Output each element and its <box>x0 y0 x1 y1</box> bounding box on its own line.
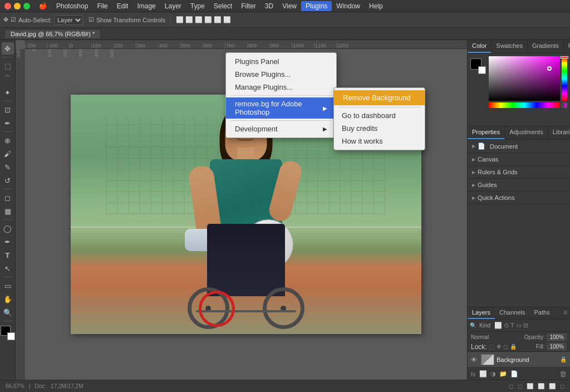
add-mask-button[interactable]: ⬜ <box>479 370 487 378</box>
hand-tool[interactable]: ✋ <box>2 293 14 305</box>
fg-bg-color-picker[interactable] <box>1 326 15 340</box>
document-section-header[interactable]: ▶ 📄 Document <box>468 140 570 153</box>
opacity-bar[interactable] <box>562 102 567 108</box>
text-tool[interactable]: T <box>2 249 14 261</box>
layers-panel-options[interactable]: ≡ <box>561 307 570 319</box>
opacity-value[interactable]: 100% <box>547 334 567 341</box>
hue-slider[interactable] <box>562 56 567 101</box>
menu-plugins[interactable]: Plugins <box>301 1 332 11</box>
selection-tool[interactable]: ⬚ <box>2 60 14 72</box>
filter-shape-icon[interactable]: ▭ <box>516 322 522 329</box>
filter-type-icon[interactable]: T <box>510 322 514 329</box>
tab-color[interactable]: Color <box>468 40 492 53</box>
history-brush-tool[interactable]: ↺ <box>2 174 14 187</box>
healing-tool[interactable]: ⊕ <box>2 134 14 146</box>
align-bottom-icon[interactable]: ⬜ <box>223 16 231 23</box>
menu-3d[interactable]: 3D <box>261 1 278 11</box>
menu-select[interactable]: Select <box>209 1 237 11</box>
menu-image[interactable]: Image <box>132 1 160 11</box>
dodge-tool[interactable]: ◯ <box>2 222 14 234</box>
rulers-grids-header[interactable]: ▶ Rulers & Grids <box>468 166 570 178</box>
tab-patterns[interactable]: Patterns <box>564 40 570 53</box>
zoom-tool[interactable]: 🔍 <box>2 306 14 318</box>
tab-swatches[interactable]: Swatches <box>492 40 528 53</box>
menu-photoshop[interactable]: Photoshop <box>52 1 92 11</box>
gradient-tool[interactable]: ▦ <box>2 205 14 217</box>
tab-libraries[interactable]: Libraries <box>548 126 570 139</box>
lock-pixels-btn[interactable]: ⬚ <box>489 344 494 350</box>
group-layer-button[interactable]: 📁 <box>499 370 507 378</box>
auto-select-checkbox[interactable]: ☑ <box>11 16 16 23</box>
guides-header[interactable]: ▶ Guides <box>468 179 570 191</box>
right-panel: Color Swatches Gradients Patterns ≡ <box>467 40 570 380</box>
color-saturation-field[interactable] <box>489 56 560 101</box>
minimize-button[interactable] <box>14 3 21 9</box>
tab-channels[interactable]: Channels <box>495 307 529 319</box>
brush-tool[interactable]: 🖌 <box>2 148 14 160</box>
fg-bg-swatches[interactable] <box>470 58 486 74</box>
filter-adj-icon[interactable]: ⊙ <box>504 322 509 329</box>
adjustment-layer-button[interactable]: ◑ <box>490 370 496 378</box>
status-icon-3[interactable]: ⬜ <box>527 383 533 389</box>
show-transform-checkbox[interactable]: ☑ <box>89 16 94 23</box>
filter-smart-icon[interactable]: ⊟ <box>523 322 528 329</box>
fx-button[interactable]: fx <box>471 371 476 378</box>
status-icon-2[interactable]: ◻ <box>518 383 522 389</box>
canvas-label: Canvas <box>478 156 498 163</box>
clone-stamp-tool[interactable]: ✎ <box>2 161 14 173</box>
menu-layer[interactable]: Layer <box>160 1 186 11</box>
align-center-icon[interactable]: ⬜ <box>185 16 193 23</box>
fill-value[interactable]: 100% <box>547 343 567 350</box>
menu-filter[interactable]: Filter <box>237 1 261 11</box>
path-selection-tool[interactable]: ↖ <box>2 262 14 275</box>
move-tool[interactable]: ✥ <box>2 42 14 55</box>
lock-all-btn[interactable]: 🔒 <box>510 344 517 350</box>
align-left-icon[interactable]: ⬜ <box>176 16 184 23</box>
tab-paths[interactable]: Paths <box>530 307 554 319</box>
auto-select-dropdown[interactable]: Layer <box>54 15 83 25</box>
tool-separator-4 <box>3 189 13 189</box>
layer-visibility-toggle[interactable]: 👁 <box>471 356 479 363</box>
new-layer-button[interactable]: 📄 <box>510 370 518 378</box>
align-top-icon[interactable]: ⬜ <box>204 16 212 23</box>
lock-position-btn[interactable]: ✥ <box>497 344 501 350</box>
filter-pixel-icon[interactable]: ⬜ <box>494 322 502 329</box>
eraser-tool[interactable]: ◻ <box>2 192 14 204</box>
tab-gradients[interactable]: Gradients <box>528 40 564 53</box>
background-swatch[interactable] <box>478 66 486 74</box>
menu-help[interactable]: Help <box>365 1 387 11</box>
background-color[interactable] <box>7 332 15 340</box>
align-middle-icon[interactable]: ⬜ <box>214 16 222 23</box>
tab-properties[interactable]: Properties <box>468 126 505 139</box>
zoom-level: 66,67% <box>6 383 24 389</box>
eyedropper-tool[interactable]: ✒ <box>2 117 14 129</box>
canvas-section-header[interactable]: ▶ Canvas <box>468 153 570 165</box>
background-layer[interactable]: 👁 Background 🔒 <box>468 352 570 367</box>
menu-file[interactable]: File <box>92 1 112 11</box>
apple-menu[interactable]: 🍎 <box>35 1 52 11</box>
spectrum-bar[interactable] <box>489 102 560 108</box>
align-right-icon[interactable]: ⬜ <box>195 16 203 23</box>
magic-wand-tool[interactable]: ✦ <box>2 86 14 99</box>
normal-blend-label: Normal <box>471 334 489 340</box>
delete-layer-button[interactable]: 🗑 <box>559 370 567 378</box>
shape-tool[interactable]: ▭ <box>2 280 14 292</box>
tab-adjustments[interactable]: Adjustments <box>505 126 548 139</box>
status-icon-6[interactable]: ◻ <box>560 383 564 389</box>
menu-window[interactable]: Window <box>332 1 365 11</box>
menu-view[interactable]: View <box>278 1 301 11</box>
menu-edit[interactable]: Edit <box>112 1 133 11</box>
lock-artboard-btn[interactable]: ◻ <box>503 344 508 350</box>
crop-tool[interactable]: ⊡ <box>2 104 14 116</box>
status-icon-5[interactable]: ⬜ <box>549 383 556 389</box>
menu-type[interactable]: Type <box>186 1 209 11</box>
pen-tool[interactable]: ✒ <box>2 236 14 248</box>
close-button[interactable] <box>4 3 11 9</box>
document-tab[interactable]: David.jpg @ 66,7% (RGB/8#) * <box>4 29 101 38</box>
tab-layers[interactable]: Layers <box>468 307 495 319</box>
lasso-tool[interactable]: ⌒ <box>2 73 14 85</box>
maximize-button[interactable] <box>23 3 30 9</box>
status-icon-4[interactable]: ⬜ <box>538 383 544 389</box>
status-icon-1[interactable]: ◻ <box>509 383 513 389</box>
quick-actions-header[interactable]: ▶ Quick Actions <box>468 192 570 204</box>
